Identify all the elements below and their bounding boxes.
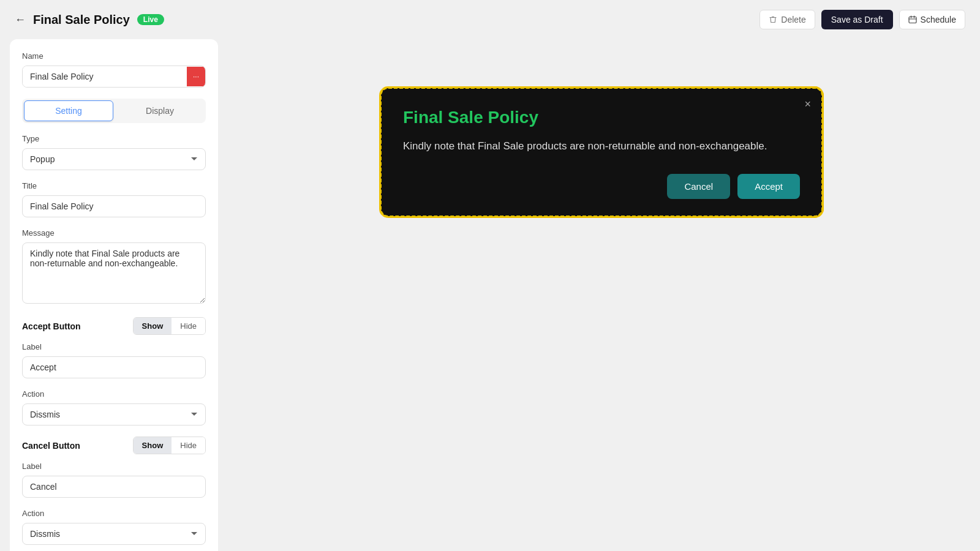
cancel-toggle-group: Show Hide bbox=[133, 437, 206, 454]
schedule-button[interactable]: Schedule bbox=[899, 10, 965, 29]
accept-label-group: Label bbox=[22, 342, 206, 378]
popup-accept-button[interactable]: Accept bbox=[737, 174, 800, 199]
name-icon-button[interactable]: ··· bbox=[187, 67, 205, 86]
save-draft-button[interactable]: Save as Draft bbox=[821, 10, 893, 29]
accept-button-header: Accept Button Show Hide bbox=[22, 317, 206, 335]
delete-button[interactable]: Delete bbox=[760, 10, 815, 29]
accept-toggle-group: Show Hide bbox=[133, 317, 206, 335]
name-input-wrapper: ··· bbox=[22, 66, 206, 88]
live-badge: Live bbox=[137, 14, 164, 25]
popup-preview-message: Kindly note that Final Sale products are… bbox=[403, 138, 800, 154]
popup-preview-title: Final Sale Policy bbox=[403, 108, 800, 127]
cancel-action-label: Action bbox=[22, 509, 206, 518]
back-icon: ← bbox=[15, 13, 26, 26]
title-input[interactable] bbox=[22, 195, 206, 217]
trash-icon bbox=[769, 15, 777, 24]
popup-close-button[interactable]: × bbox=[804, 98, 811, 111]
svg-rect-0 bbox=[909, 17, 916, 23]
accept-show-btn[interactable]: Show bbox=[134, 318, 172, 334]
cancel-button-header: Cancel Button Show Hide bbox=[22, 437, 206, 454]
cancel-button-group: Cancel Button Show Hide Label Action Dis… bbox=[22, 437, 206, 545]
accept-action-label: Action bbox=[22, 389, 206, 399]
popup-buttons: Cancel Accept bbox=[403, 174, 800, 199]
form-panel: Name ··· Setting Display Type Popup Bann… bbox=[10, 39, 218, 551]
name-field-group: Name ··· bbox=[22, 51, 206, 88]
header-left: ← Final Sale Policy Live bbox=[15, 13, 164, 27]
back-button[interactable]: ← bbox=[15, 13, 26, 26]
cancel-action-select[interactable]: Dissmis Close Navigate bbox=[22, 523, 206, 545]
tab-setting[interactable]: Setting bbox=[24, 100, 113, 121]
tab-display[interactable]: Display bbox=[116, 100, 204, 121]
delete-label: Delete bbox=[781, 15, 805, 24]
calendar-icon bbox=[908, 15, 917, 24]
settings-tabs: Setting Display bbox=[22, 99, 206, 123]
popup-preview: × Final Sale Policy Kindly note that Fin… bbox=[381, 88, 822, 216]
page-title: Final Sale Policy bbox=[33, 13, 130, 27]
message-field-group: Message Kindly note that Final Sale prod… bbox=[22, 228, 206, 306]
cancel-action-group: Action Dissmis Close Navigate bbox=[22, 509, 206, 545]
accept-action-group: Action Dissmis Close Navigate bbox=[22, 389, 206, 425]
page-header: ← Final Sale Policy Live Delete Save as … bbox=[0, 0, 980, 39]
cancel-button-title: Cancel Button bbox=[22, 441, 80, 451]
accept-label-label: Label bbox=[22, 342, 206, 351]
cancel-hide-btn[interactable]: Hide bbox=[172, 437, 205, 454]
dots-icon: ··· bbox=[193, 72, 199, 81]
accept-button-group: Accept Button Show Hide Label Action Dis… bbox=[22, 317, 206, 425]
message-label: Message bbox=[22, 228, 206, 238]
message-textarea[interactable]: Kindly note that Final Sale products are… bbox=[22, 242, 206, 304]
preview-area: × Final Sale Policy Kindly note that Fin… bbox=[233, 39, 970, 551]
schedule-label: Schedule bbox=[921, 15, 956, 24]
header-right: Delete Save as Draft Schedule bbox=[760, 10, 965, 29]
cancel-label-label: Label bbox=[22, 462, 206, 471]
title-field-group: Title bbox=[22, 181, 206, 217]
accept-button-title: Accept Button bbox=[22, 321, 81, 331]
name-label: Name bbox=[22, 51, 206, 61]
type-select[interactable]: Popup Banner Modal bbox=[22, 148, 206, 170]
cancel-show-btn[interactable]: Show bbox=[134, 437, 172, 454]
type-label: Type bbox=[22, 134, 206, 143]
type-field-group: Type Popup Banner Modal bbox=[22, 134, 206, 170]
cancel-label-group: Label bbox=[22, 462, 206, 498]
accept-label-input[interactable] bbox=[22, 356, 206, 378]
main-content: Name ··· Setting Display Type Popup Bann… bbox=[0, 39, 980, 551]
accept-hide-btn[interactable]: Hide bbox=[172, 318, 205, 334]
cancel-label-input[interactable] bbox=[22, 476, 206, 498]
name-input[interactable] bbox=[23, 66, 187, 87]
title-label: Title bbox=[22, 181, 206, 190]
accept-action-select[interactable]: Dissmis Close Navigate bbox=[22, 403, 206, 425]
popup-cancel-button[interactable]: Cancel bbox=[667, 174, 730, 199]
